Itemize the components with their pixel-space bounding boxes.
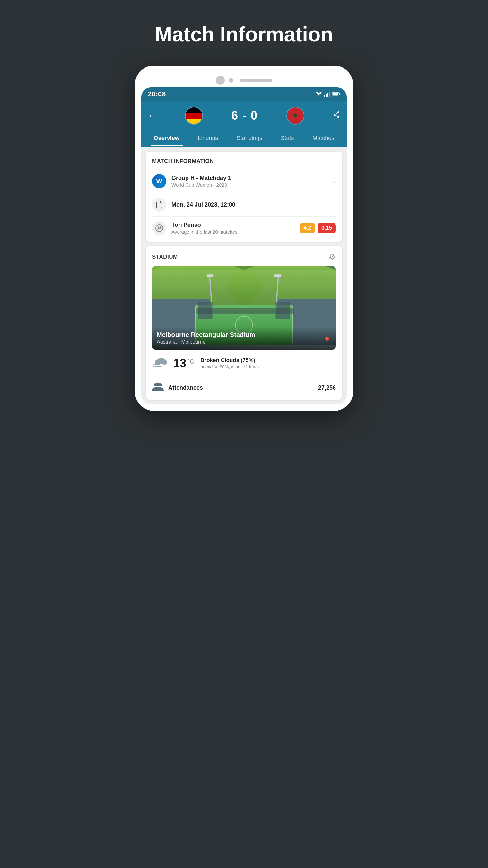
svg-point-44 xyxy=(156,382,160,386)
svg-rect-5 xyxy=(333,93,338,96)
tab-matches[interactable]: Matches xyxy=(309,130,337,146)
stadium-title: STADIUM xyxy=(152,254,178,260)
referee-row: Tori Penso Average in the last 20 matche… xyxy=(152,217,336,235)
page-title: Match Information xyxy=(155,23,333,46)
stadium-name: Melbourne Rectangular Stadium xyxy=(157,331,255,339)
competition-icon: W xyxy=(152,174,166,188)
competition-name: Group H - Matchday 1 xyxy=(171,175,231,182)
phone-top-bar xyxy=(141,72,347,87)
stadium-header: STADIUM ⚙ xyxy=(152,252,336,261)
temperature-value: 13 xyxy=(173,356,186,370)
phone-screen: 20:08 xyxy=(141,87,347,404)
temperature-unit: °C xyxy=(188,359,194,365)
match-header: ← 6 - 0 ✦ xyxy=(141,101,347,130)
competition-row[interactable]: W Group H - Matchday 1 World Cup Women -… xyxy=(152,169,336,193)
match-score: 6 - 0 xyxy=(231,109,258,122)
phone-speaker xyxy=(240,79,272,82)
referee-sub: Average in the last 20 matches xyxy=(171,229,237,235)
competition-text: Group H - Matchday 1 World Cup Women - 2… xyxy=(171,175,231,188)
germany-flag xyxy=(185,107,203,125)
svg-point-37 xyxy=(155,360,161,365)
svg-rect-0 xyxy=(324,95,325,97)
svg-rect-32 xyxy=(274,274,281,277)
badge-red: 0.15 xyxy=(318,223,336,233)
attendance-icon xyxy=(152,382,164,394)
morocco-flag: ✦ xyxy=(286,107,304,125)
phone-camera xyxy=(216,76,225,85)
calendar-icon xyxy=(152,197,166,212)
battery-icon xyxy=(332,92,340,96)
attendance-row: Attendances 27,256 xyxy=(152,377,336,394)
share-button[interactable] xyxy=(333,111,340,121)
svg-rect-35 xyxy=(197,308,294,313)
match-info-card: MATCH INFORMATION W Group H - Matchday 1… xyxy=(146,152,342,242)
screen-content: MATCH INFORMATION W Group H - Matchday 1… xyxy=(141,147,347,404)
tab-lineups[interactable]: Lineups xyxy=(195,130,221,146)
svg-line-11 xyxy=(335,113,338,114)
phone-dot xyxy=(229,78,233,83)
match-info-title: MATCH INFORMATION xyxy=(152,158,336,164)
stadium-info: Melbourne Rectangular Stadium Australia … xyxy=(157,331,255,345)
svg-rect-41 xyxy=(153,366,155,367)
attendance-value: 27,256 xyxy=(318,384,336,391)
weather-details: humidity: 80%, wind: 11 km/h xyxy=(200,364,259,369)
location-pin-icon[interactable]: 📍 xyxy=(323,337,331,345)
tab-standings[interactable]: Standings xyxy=(233,130,265,146)
tab-overview[interactable]: Overview xyxy=(151,130,183,146)
referee-icon xyxy=(152,221,166,235)
match-date: Mon, 24 Jul 2023, 12:00 xyxy=(171,202,235,208)
attendance-left: Attendances xyxy=(152,382,203,394)
svg-rect-6 xyxy=(339,93,340,95)
weather-icon xyxy=(152,355,169,372)
referee-badges: 4.2 0.15 xyxy=(299,223,336,233)
svg-point-9 xyxy=(337,116,339,118)
status-time: 20:08 xyxy=(148,90,166,98)
temperature-area: 13 °C xyxy=(173,356,200,370)
svg-rect-1 xyxy=(326,94,327,97)
signal-icon xyxy=(324,92,330,97)
stadium-image: Melbourne Rectangular Stadium Australia … xyxy=(152,266,336,349)
gear-icon[interactable]: ⚙ xyxy=(329,252,336,261)
weather-row: 13 °C Broken Clouds (75%) humidity: 80%,… xyxy=(152,349,336,377)
svg-point-7 xyxy=(337,112,339,114)
stadium-card: STADIUM ⚙ xyxy=(146,246,342,400)
svg-rect-3 xyxy=(329,92,330,97)
attendance-label: Attendances xyxy=(168,384,203,391)
svg-rect-40 xyxy=(155,366,162,367)
stadium-location: Australia - Melbourne xyxy=(157,339,255,345)
svg-rect-39 xyxy=(154,364,159,365)
referee-text: Tori Penso Average in the last 20 matche… xyxy=(171,222,237,235)
tab-stats[interactable]: Stats xyxy=(278,130,297,146)
referee-name: Tori Penso xyxy=(171,222,237,228)
status-icons xyxy=(315,92,340,97)
phone-frame: 20:08 xyxy=(135,65,353,411)
wifi-icon xyxy=(315,92,322,97)
stadium-overlay: Melbourne Rectangular Stadium Australia … xyxy=(152,327,336,349)
back-button[interactable]: ← xyxy=(148,111,157,121)
nav-tabs: Overview Lineups Standings Stats Matches xyxy=(141,130,347,147)
weather-desc-area: Broken Clouds (75%) humidity: 80%, wind:… xyxy=(200,357,259,369)
badge-yellow: 4.2 xyxy=(299,223,315,233)
svg-rect-12 xyxy=(156,202,162,208)
weather-condition: Broken Clouds (75%) xyxy=(200,357,259,364)
chevron-right-icon: › xyxy=(333,178,336,185)
svg-rect-2 xyxy=(327,93,328,97)
status-bar: 20:08 xyxy=(141,87,347,101)
svg-line-10 xyxy=(335,115,338,116)
svg-point-38 xyxy=(162,360,167,365)
svg-point-8 xyxy=(333,114,335,116)
competition-sub: World Cup Women - 2023 xyxy=(171,182,231,188)
date-row: Mon, 24 Jul 2023, 12:00 xyxy=(152,193,336,217)
svg-point-19 xyxy=(159,228,160,229)
svg-rect-31 xyxy=(207,274,214,277)
